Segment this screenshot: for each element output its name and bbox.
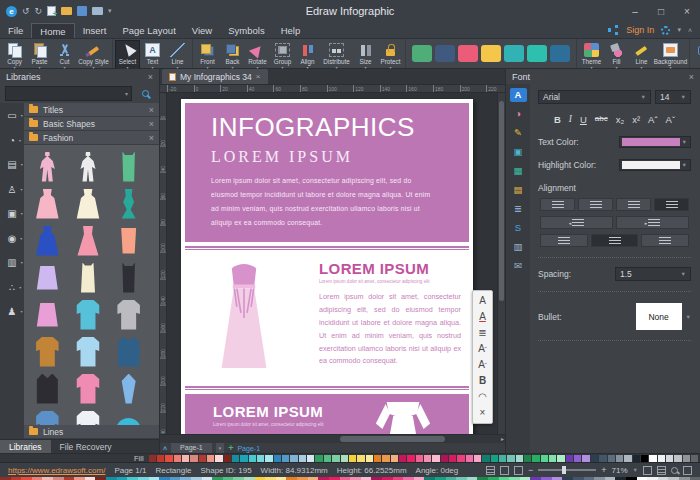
chevron-down-icon[interactable]: ▼ — [682, 314, 691, 320]
fill-color-swatch[interactable] — [165, 455, 172, 462]
fill-color-swatch[interactable] — [282, 455, 289, 462]
fill-color-swatch[interactable] — [507, 455, 514, 462]
open-icon[interactable] — [61, 7, 72, 15]
save-icon[interactable] — [77, 6, 87, 16]
fill-color-swatch[interactable] — [524, 455, 531, 462]
format-button[interactable]: I — [569, 114, 572, 125]
fill-color-swatch[interactable] — [674, 455, 681, 462]
infographic-page[interactable]: INFOGRAPHICS LOREM IPSUM Lorem ipsum dol… — [181, 99, 473, 434]
fill-color-swatch[interactable] — [641, 455, 648, 462]
library-item[interactable] — [68, 222, 109, 259]
fill-color-swatch[interactable] — [516, 455, 523, 462]
panel-tab-icon[interactable]: ▦ — [510, 164, 527, 178]
bullet-select[interactable]: None — [636, 303, 682, 330]
print-icon[interactable] — [92, 7, 103, 15]
left-panel-tab[interactable]: File Recovery — [51, 440, 121, 453]
fill-color-swatch[interactable] — [324, 455, 331, 462]
document-tab[interactable]: My Infographics 34 × — [162, 69, 268, 84]
new-document-icon[interactable] — [47, 6, 56, 16]
floating-toolbar-button[interactable]: ◠ — [473, 389, 492, 405]
library-item[interactable] — [27, 407, 68, 425]
fill-color-swatch[interactable] — [374, 455, 381, 462]
fill-color-swatch[interactable] — [190, 455, 197, 462]
fit-page-icon[interactable] — [643, 466, 652, 475]
library-section-header[interactable]: Basic Shapes × — [24, 117, 159, 131]
ribbon-button[interactable]: Front ▾ — [195, 40, 220, 70]
edrawsoft-link[interactable]: https://www.edrawsoft.com/ — [8, 466, 105, 475]
infographic-section-2[interactable]: LOREM IPSUM Lorem ipsum dolor sit amet, … — [181, 250, 473, 382]
fill-color-swatch[interactable] — [357, 455, 364, 462]
add-page-button[interactable]: + — [228, 443, 233, 453]
search-button[interactable] — [136, 86, 154, 101]
fill-color-swatch[interactable] — [582, 455, 589, 462]
wedding-dress-illustration[interactable] — [365, 398, 441, 434]
font-size-select[interactable]: 14 ▼ — [655, 90, 691, 104]
fill-color-swatch[interactable] — [541, 455, 548, 462]
library-category-icon[interactable]: ▤ — [7, 159, 16, 170]
left-panel-tab[interactable]: Libraries — [0, 440, 51, 453]
floating-toolbar-button[interactable]: × — [473, 405, 492, 421]
fill-color-swatch[interactable] — [366, 455, 373, 462]
fill-color-swatch[interactable] — [482, 455, 489, 462]
library-item[interactable] — [108, 148, 149, 185]
fill-color-swatch[interactable] — [299, 455, 306, 462]
floating-toolbar-button[interactable]: A — [473, 341, 492, 357]
ribbon-button[interactable]: Copy ▾ — [2, 40, 27, 70]
panel-tab-icon[interactable]: A — [510, 88, 527, 102]
format-button[interactable]: Aˇ — [666, 114, 676, 125]
menu-item[interactable]: Page Layout — [114, 23, 183, 38]
gown-illustration[interactable] — [213, 260, 275, 372]
fill-color-swatch[interactable] — [265, 455, 272, 462]
fill-color-swatch[interactable] — [532, 455, 539, 462]
align-justify-button[interactable] — [654, 198, 689, 211]
quick-access-more-icon[interactable]: ▾ — [108, 7, 112, 15]
fill-color-swatch[interactable] — [599, 455, 606, 462]
panel-tab-icon[interactable]: ▤ — [510, 183, 527, 197]
highlight-color-picker[interactable]: ▼ — [619, 159, 691, 171]
fill-color-swatch[interactable] — [624, 455, 631, 462]
fill-color-swatch[interactable] — [232, 455, 239, 462]
format-button[interactable]: x₂ — [616, 114, 624, 125]
fill-color-swatch[interactable] — [391, 455, 398, 462]
font-family-select[interactable]: Arial ▼ — [538, 90, 651, 104]
close-icon[interactable]: × — [149, 119, 154, 129]
page-tab[interactable]: Page-1 — [171, 443, 212, 453]
format-button[interactable]: x² — [632, 114, 640, 125]
minimize-button[interactable]: – — [622, 0, 648, 22]
scrollbar-thumb[interactable] — [499, 101, 504, 301]
fill-color-swatch[interactable] — [215, 455, 222, 462]
library-category-icon[interactable]: ♙ — [8, 184, 17, 195]
close-button[interactable]: × — [674, 0, 700, 22]
floating-toolbar-button[interactable]: B — [473, 373, 492, 389]
ribbon-button[interactable]: Copy Style ▾ — [77, 40, 110, 70]
panel-tab-icon[interactable]: ▣ — [510, 145, 527, 159]
library-item[interactable] — [108, 222, 149, 259]
library-category-icon[interactable]: ∴ — [9, 282, 15, 293]
library-section-header[interactable]: Titles × — [24, 103, 159, 117]
panel-tab-icon[interactable]: ◑ — [510, 107, 527, 121]
panel-tab-icon[interactable]: ✉ — [510, 259, 527, 273]
fill-color-swatch[interactable] — [608, 455, 615, 462]
menu-item[interactable]: Help — [273, 23, 309, 38]
fill-color-swatch[interactable] — [307, 455, 314, 462]
library-item[interactable] — [27, 259, 68, 296]
theme-color-swatch[interactable] — [527, 45, 547, 62]
align-right-button[interactable] — [616, 198, 651, 211]
library-category-icon[interactable]: ◔ — [9, 135, 15, 146]
library-item[interactable] — [108, 407, 149, 425]
fill-color-swatch[interactable] — [382, 455, 389, 462]
fill-color-swatch[interactable] — [574, 455, 581, 462]
library-item[interactable] — [108, 333, 149, 370]
fill-color-swatch[interactable] — [315, 455, 322, 462]
menu-item[interactable]: File — [0, 23, 31, 38]
fill-color-swatch[interactable] — [441, 455, 448, 462]
gear-icon[interactable] — [661, 26, 670, 35]
format-button[interactable]: U — [580, 114, 587, 125]
menu-item[interactable]: Home — [31, 23, 74, 38]
fullscreen-icon[interactable] — [683, 466, 692, 475]
valign-top-button[interactable] — [540, 234, 588, 247]
section-heading[interactable]: LOREM IPSUM — [319, 260, 461, 277]
close-icon[interactable]: × — [149, 105, 154, 115]
menu-item[interactable]: View — [184, 23, 220, 38]
panel-tab-icon[interactable]: ≣ — [510, 202, 527, 216]
